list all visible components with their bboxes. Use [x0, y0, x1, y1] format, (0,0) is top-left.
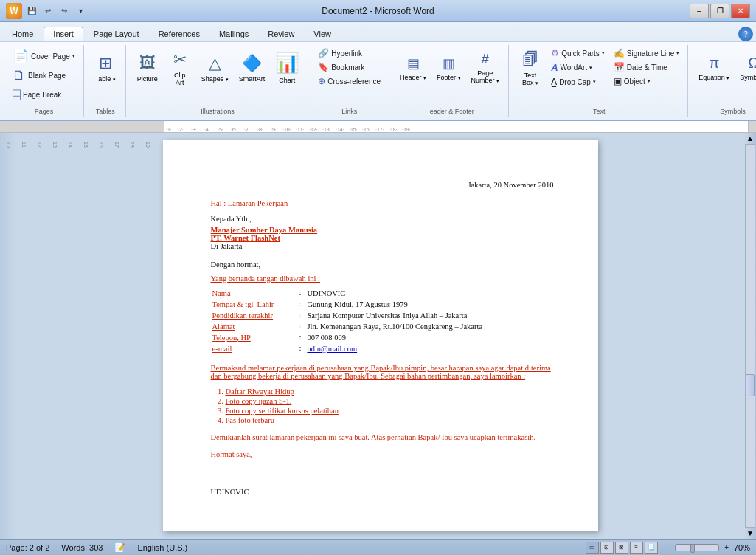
table-btn[interactable]: ⊞ Table ▾: [90, 46, 121, 89]
smartart-btn[interactable]: 🔷 SmartArt: [235, 46, 270, 89]
save-quick-btn[interactable]: 💾: [25, 4, 38, 18]
zoom-level: 70%: [734, 543, 750, 552]
bookmark-btn[interactable]: 🔖 Bookmark: [314, 61, 384, 74]
hyperlink-btn[interactable]: 🔗 Hyperlink: [314, 46, 384, 60]
doc-to: Kepada Yth.,: [211, 215, 554, 223]
clip-art-btn[interactable]: ✂ ClipArt: [164, 46, 195, 89]
text-small-btns: ⚙ Quick Parts▾ A WordArt▾ A̲ Drop Cap▾: [547, 46, 608, 89]
field-value: Gunung Kidul, 17 Agustus 1979: [307, 300, 485, 309]
doc-greeting: Dengan hormat,: [211, 261, 554, 269]
picture-icon: 🖼: [139, 54, 156, 73]
tab-home[interactable]: Home: [3, 27, 42, 41]
help-btn[interactable]: ?: [738, 27, 753, 41]
office-logo-icon[interactable]: W: [6, 3, 22, 19]
page-indicator: Page: 2 of 2: [6, 543, 49, 552]
web-layout-btn[interactable]: ⊠: [615, 542, 628, 554]
equation-btn[interactable]: π Equation ▾: [694, 46, 734, 89]
zoom-in-btn[interactable]: +: [722, 543, 731, 551]
zoom-slider[interactable]: [675, 544, 719, 551]
object-btn[interactable]: ▣ Object▾: [610, 75, 684, 88]
object-icon: ▣: [614, 76, 622, 86]
scroll-down-btn[interactable]: ▼: [746, 529, 754, 537]
table-row: Telepon, HP : 007 008 009: [212, 333, 486, 342]
wordart-btn[interactable]: A WordArt▾: [547, 61, 608, 75]
table-icon: ⊞: [99, 54, 112, 73]
chart-btn[interactable]: 📊 Chart: [271, 46, 303, 89]
links-buttons: 🔗 Hyperlink 🔖 Bookmark ⊕ Cross-reference: [314, 46, 384, 88]
ruler: ·1· ·2· ·3· ·4· ·5· ·6· ·7· ·8· ·9· ·10·…: [0, 121, 756, 133]
tab-insert[interactable]: Insert: [44, 27, 83, 41]
doc-body-paragraph: Bermaksud melamar pekerjaan di perusahaa…: [211, 364, 554, 380]
zoom-out-btn[interactable]: –: [664, 543, 673, 551]
tab-references[interactable]: References: [150, 27, 209, 41]
signature-line-btn[interactable]: ✍ Signature Line▾: [610, 46, 684, 60]
field-label: Tempat & tgl. Lahir: [212, 300, 294, 309]
table-row: Tempat & tgl. Lahir : Gunung Kidul, 17 A…: [212, 300, 486, 309]
doc-attachments-list: Daftar Riwayat Hidup Foto copy ijazah S-…: [211, 387, 554, 424]
doc-subject: Hal : Lamaran Pekerjaan: [211, 199, 554, 207]
doc-to-name: Manajer Sumber Daya Manusia: [211, 226, 554, 234]
minimize-btn[interactable]: –: [690, 4, 709, 18]
field-value: Sarjana Komputer Universitas Iniya Allah…: [307, 311, 485, 320]
full-screen-btn[interactable]: ⊡: [600, 542, 614, 554]
right-scrollbar[interactable]: ▲ ▼: [744, 133, 756, 539]
zoom-slider-thumb[interactable]: [690, 544, 695, 553]
scroll-up-btn[interactable]: ▲: [746, 134, 754, 142]
quick-parts-btn[interactable]: ⚙ Quick Parts▾: [547, 46, 608, 60]
list-item: Daftar Riwayat Hidup: [226, 387, 554, 396]
table-row: Pendidikan terakhir : Sarjana Komputer U…: [212, 311, 486, 320]
draft-btn[interactable]: 📃: [645, 542, 658, 554]
text-box-btn[interactable]: 🗐 TextBox ▾: [515, 46, 546, 89]
shapes-btn[interactable]: △ Shapes ▾: [197, 46, 233, 89]
blank-page-btn[interactable]: 🗋 Blank Page: [9, 66, 79, 85]
ribbon-group-tables: ⊞ Table ▾ Tables: [86, 45, 126, 117]
field-value: Jln. Kemenangan Raya, Rt.10/100 Cengkare…: [307, 322, 485, 331]
footer-btn[interactable]: ▥ Footer ▾: [432, 46, 465, 89]
page-number-btn[interactable]: # PageNumber ▾: [467, 46, 504, 89]
tab-mailings[interactable]: Mailings: [210, 27, 257, 41]
tab-review[interactable]: Review: [259, 27, 303, 41]
drop-cap-btn[interactable]: A̲ Drop Cap▾: [547, 75, 608, 89]
spell-check-icon[interactable]: 📝: [114, 542, 125, 553]
blank-page-icon: 🗋: [13, 68, 26, 83]
doc-to-company: PT. Warnet FlashNet: [211, 234, 554, 242]
table-row: e-mail : udin@mail.com: [212, 344, 486, 354]
tab-view[interactable]: View: [305, 27, 340, 41]
symbol-btn[interactable]: Ω Symbol ▾: [735, 46, 756, 89]
main-area: 12345 678910 1112131415 16171819 Jakarta…: [0, 133, 756, 539]
bookmark-icon: 🔖: [318, 62, 329, 72]
page-number-icon: #: [482, 52, 489, 67]
redo-quick-btn[interactable]: ↪: [58, 4, 71, 18]
field-value: udin@mail.com: [307, 344, 485, 354]
ribbon-tabs: Home Insert Page Layout References Maili…: [0, 22, 756, 41]
status-right: ▭ ⊡ ⊠ ≡ 📃 – + 70%: [586, 542, 750, 554]
text-box-icon: 🗐: [522, 50, 538, 69]
scrollbar-track[interactable]: [745, 144, 755, 528]
cover-page-btn[interactable]: 📄 Cover Page▾: [9, 46, 79, 66]
language-indicator[interactable]: English (U.S.): [137, 543, 187, 552]
tab-page-layout[interactable]: Page Layout: [85, 27, 148, 41]
undo-quick-btn[interactable]: ↩: [41, 4, 55, 18]
drop-cap-icon: A̲: [551, 77, 557, 87]
table-row: Alamat : Jln. Kemenangan Raya, Rt.10/100…: [212, 322, 486, 331]
equation-icon: π: [709, 55, 719, 72]
outline-btn[interactable]: ≡: [630, 542, 643, 554]
print-layout-btn[interactable]: ▭: [586, 542, 599, 554]
picture-btn[interactable]: 🖼 Picture: [132, 46, 163, 89]
ribbon-group-text: 🗐 TextBox ▾ ⚙ Quick Parts▾ A WordArt▾ A̲…: [510, 45, 688, 117]
clip-art-icon: ✂: [173, 50, 187, 69]
quick-parts-icon: ⚙: [551, 48, 559, 58]
scrollbar-thumb[interactable]: [746, 374, 755, 396]
date-time-btn[interactable]: 📅 Date & Time: [610, 61, 684, 74]
restore-btn[interactable]: ❐: [710, 4, 729, 18]
close-btn[interactable]: ✕: [731, 4, 750, 18]
page-break-icon: ⌸: [13, 87, 21, 103]
customize-quick-btn[interactable]: ▾: [74, 4, 87, 18]
header-footer-group-label: Header & Footer: [395, 106, 504, 115]
page-break-btn[interactable]: ⌸ Page Break: [9, 86, 79, 104]
header-btn[interactable]: ▤ Header ▾: [395, 46, 431, 89]
ribbon-content: 📄 Cover Page▾ 🗋 Blank Page ⌸ Page Break …: [0, 41, 756, 120]
cross-reference-btn[interactable]: ⊕ Cross-reference: [314, 75, 384, 88]
document-area: Jakarta, 20 November 2010 Hal : Lamaran …: [16, 133, 744, 539]
ribbon: Home Insert Page Layout References Maili…: [0, 22, 756, 121]
